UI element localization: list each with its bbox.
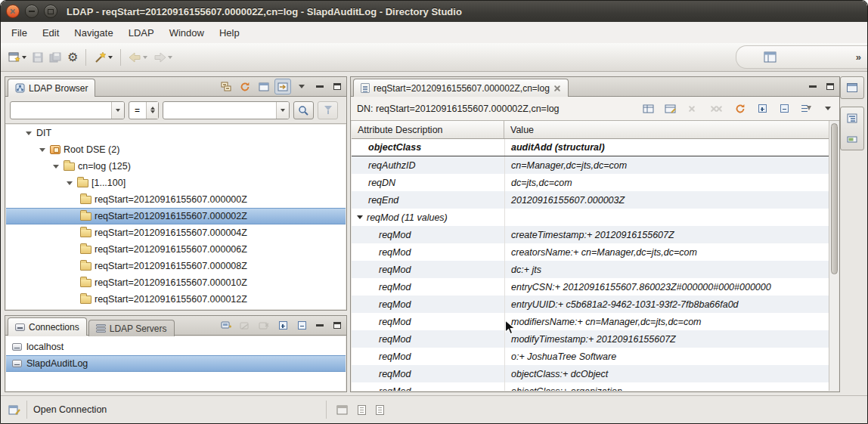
column-header-attribute[interactable]: Attribute Description — [352, 121, 504, 138]
sort-button[interactable] — [798, 101, 814, 116]
table-row[interactable]: reqMod dc:+ jts — [352, 261, 829, 278]
collapse-all-button[interactable] — [218, 79, 234, 94]
new-dropdown-icon[interactable] — [22, 56, 26, 61]
tree-item-reqstart-000012[interactable]: reqStart=20120916155607.000012Z — [6, 291, 346, 308]
combo-dropdown-icon[interactable] — [276, 102, 289, 119]
table-row[interactable]: reqMod creatorsName:+ cn=Manager,dc=jts,… — [352, 243, 829, 261]
open-connection-button[interactable] — [237, 317, 253, 333]
collapse-all-button[interactable] — [293, 317, 310, 333]
expand-all-button[interactable] — [274, 317, 291, 333]
editor-menu-button[interactable] — [820, 101, 836, 116]
delete-button[interactable] — [684, 101, 700, 116]
restore-view-button[interactable] — [843, 79, 861, 96]
tree-item-reqstart-000006[interactable]: reqStart=20120916155607.000006Z — [6, 241, 346, 258]
progress-view-button[interactable] — [843, 131, 861, 147]
table-row[interactable]: reqAuthzID cn=Manager,dc=jts,dc=com — [352, 156, 829, 174]
tree-item-reqstart-000010[interactable]: reqStart=20120916155607.000010Z — [6, 274, 346, 291]
search-value-combo[interactable] — [163, 101, 290, 119]
run-quick-search-button[interactable] — [293, 101, 314, 119]
view-menu-button[interactable] — [293, 79, 310, 94]
tree-item-reqstart-000000[interactable]: reqStart=20120916155607.000000Z — [6, 191, 346, 208]
table-row[interactable]: reqMod entryUUID:+ c5b681a2-9462-1031-93… — [352, 296, 829, 313]
expander-icon[interactable] — [51, 162, 60, 171]
tab-ldap-browser[interactable]: LDAP Browser — [8, 79, 95, 97]
expander-icon[interactable] — [38, 145, 47, 154]
table-row[interactable]: reqMod modifiersName:+ cn=Manager,dc=jts… — [352, 313, 829, 330]
menu-help[interactable]: Help — [212, 24, 247, 42]
back-dropdown-icon[interactable] — [143, 56, 147, 61]
minimize-view-button[interactable] — [312, 319, 327, 333]
tree-item-reqstart-000004[interactable]: reqStart=20120916155607.000004Z — [6, 224, 346, 241]
table-row[interactable]: reqMod objectClass:+ organization — [352, 382, 829, 391]
link-with-editor-button[interactable] — [274, 79, 291, 94]
fast-view-bar-icon[interactable] — [8, 404, 20, 416]
forward-dropdown-icon[interactable] — [168, 56, 172, 61]
search-attribute-combo[interactable] — [10, 101, 125, 119]
vertical-scrollbar[interactable] — [829, 121, 839, 391]
preferences-button[interactable]: ⚙ — [64, 48, 81, 67]
close-connection-button[interactable] — [256, 317, 272, 333]
tree-item-root-dse[interactable]: Root DSE (2) — [6, 141, 346, 158]
attribute-table[interactable]: Attribute Description Value objectClass … — [352, 121, 829, 391]
status-doc-icon-1[interactable] — [358, 405, 366, 415]
table-row[interactable]: reqMod modifyTimestamp:+ 20120916155607Z — [352, 330, 829, 348]
menu-navigate[interactable]: Navigate — [67, 24, 120, 42]
delete-all-button[interactable] — [705, 101, 727, 116]
minimize-editor-button[interactable] — [805, 80, 820, 94]
tree-item-reqstart-000002[interactable]: reqStart=20120916155607.000002Z — [6, 208, 346, 224]
table-row[interactable]: objectClass auditAdd (structural) — [352, 139, 829, 156]
minimize-icon[interactable] — [25, 5, 39, 18]
new-entry-wizard-button[interactable] — [91, 48, 116, 67]
close-icon[interactable] — [6, 5, 20, 18]
tree-item-range[interactable]: [1...100] — [6, 175, 346, 191]
expander-icon[interactable] — [24, 128, 33, 138]
toolbar-overflow-chevron[interactable]: » — [856, 51, 861, 63]
tab-entry-editor[interactable]: reqStart=20120916155607.000002Z,cn=log — [353, 79, 569, 97]
tree-item-dit[interactable]: DIT — [6, 125, 346, 141]
expander-icon[interactable] — [357, 215, 363, 219]
new-button[interactable] — [5, 48, 29, 67]
connections-list[interactable]: localhost SlapdAuditLog — [6, 336, 346, 391]
show-quick-search-button[interactable] — [256, 79, 272, 94]
combo-dropdown-icon[interactable] — [111, 102, 124, 119]
tree-item-cn-log[interactable]: cn=log (125) — [6, 158, 346, 175]
value-editor-button[interactable] — [640, 101, 656, 116]
tab-connections[interactable]: Connections — [8, 317, 87, 336]
status-doc-icon-2[interactable] — [376, 405, 384, 415]
search-operator-combo[interactable]: = — [129, 101, 159, 119]
connection-item-slapdauditlog[interactable]: SlapdAuditLog — [6, 355, 346, 372]
wand-dropdown-icon[interactable] — [108, 56, 113, 61]
column-header-value[interactable]: Value — [504, 125, 829, 135]
ldap-browser-tree[interactable]: DIT Root DSE (2) cn=log (125) [1...100] … — [6, 125, 346, 309]
edit-value-button[interactable] — [662, 101, 678, 116]
minimize-view-button[interactable] — [312, 80, 327, 94]
collapse-all-button[interactable] — [776, 101, 792, 116]
maximize-editor-button[interactable] — [823, 80, 838, 94]
menu-ldap[interactable]: LDAP — [121, 24, 162, 42]
menu-window[interactable]: Window — [162, 24, 212, 42]
table-row-group[interactable]: reqMod (11 values) — [352, 209, 829, 226]
maximize-view-button[interactable] — [330, 80, 345, 94]
tree-item-reqstart-000008[interactable]: reqStart=20120916155607.000008Z — [6, 258, 346, 274]
titlebar[interactable]: LDAP - reqStart=20120916155607.000002Z,c… — [1, 1, 867, 22]
new-connection-button[interactable] — [218, 317, 234, 333]
clear-quick-search-button[interactable] — [318, 101, 338, 119]
menu-file[interactable]: File — [4, 24, 35, 42]
table-row[interactable]: reqMod o:+ JoshuaTree Software — [352, 348, 829, 365]
refresh-button[interactable] — [237, 79, 253, 94]
save-all-button[interactable] — [46, 48, 64, 67]
table-row[interactable]: reqMod entryCSN:+ 20120916155607.860023Z… — [352, 278, 829, 296]
scrollbar-thumb[interactable] — [831, 123, 838, 274]
maximize-icon[interactable] — [44, 5, 57, 18]
forward-button[interactable] — [150, 48, 175, 67]
expand-all-button[interactable] — [754, 101, 770, 116]
table-row[interactable]: reqMod createTimestamp:+ 20120916155607Z — [352, 226, 829, 243]
expander-icon[interactable] — [65, 178, 74, 187]
status-window-icon[interactable] — [336, 405, 348, 415]
perspective-button[interactable] — [761, 48, 780, 67]
tab-ldap-servers[interactable]: LDAP Servers — [88, 320, 175, 336]
close-tab-icon[interactable] — [553, 85, 561, 92]
outline-view-button[interactable] — [843, 110, 861, 126]
table-row[interactable]: reqEnd 20120916155607.000003Z — [352, 191, 829, 209]
refresh-entry-button[interactable] — [732, 101, 749, 116]
